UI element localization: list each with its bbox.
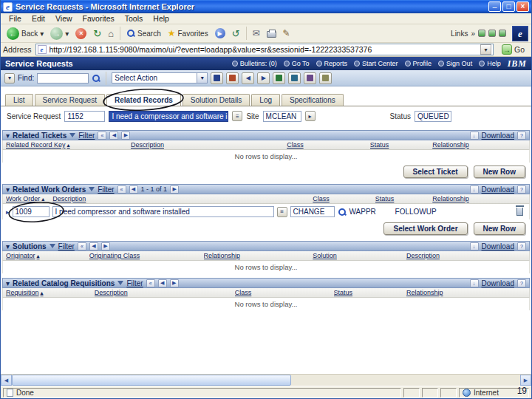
- back-dropdown-icon[interactable]: [40, 30, 44, 38]
- attachments-button[interactable]: [319, 72, 332, 84]
- work-order-description-field[interactable]: I need compressor and software installed: [52, 206, 274, 217]
- filter-link[interactable]: Filter: [58, 242, 75, 250]
- find-search-icon[interactable]: [92, 74, 100, 83]
- next-page-icon[interactable]: [170, 185, 179, 194]
- queries-dropdown-icon[interactable]: [4, 73, 15, 83]
- filter-link[interactable]: Filter: [78, 132, 95, 140]
- download-icon[interactable]: [470, 279, 479, 287]
- reports-link[interactable]: Reports: [316, 60, 348, 67]
- favorites-button[interactable]: Favorites: [165, 27, 211, 39]
- service-request-field[interactable]: 1152: [64, 111, 105, 122]
- work-order-class-field[interactable]: CHANGE: [290, 206, 335, 217]
- create-kpi-button[interactable]: [288, 72, 301, 84]
- refresh-button[interactable]: [90, 27, 104, 40]
- row-detail-toggle-icon[interactable]: [6, 208, 10, 216]
- work-order-field[interactable]: 1009: [13, 206, 50, 217]
- select-ticket-button[interactable]: Select Ticket: [403, 166, 468, 178]
- media-button[interactable]: [212, 27, 228, 39]
- print-button[interactable]: [264, 28, 279, 38]
- filter-icon[interactable]: [69, 133, 75, 137]
- tab-log[interactable]: Log: [251, 94, 280, 106]
- column-description[interactable]: Description: [406, 252, 526, 259]
- class-lookup-icon[interactable]: [338, 208, 347, 216]
- tab-specifications[interactable]: Specifications: [282, 94, 344, 106]
- download-link[interactable]: Download: [482, 279, 514, 287]
- column-work-order[interactable]: Work Order: [6, 195, 52, 202]
- go-button[interactable]: Go: [497, 44, 529, 55]
- download-link[interactable]: Download: [482, 242, 514, 250]
- download-link[interactable]: Download: [482, 185, 514, 194]
- horizontal-scrollbar[interactable]: [1, 374, 531, 386]
- column-solution[interactable]: Solution: [313, 252, 406, 259]
- help-icon[interactable]: [517, 279, 526, 287]
- filter-icon[interactable]: [117, 281, 123, 285]
- address-dropdown-icon[interactable]: [480, 44, 491, 55]
- link-item-icon[interactable]: [478, 30, 485, 37]
- column-description[interactable]: Description: [131, 141, 287, 149]
- column-description[interactable]: Description: [52, 195, 313, 202]
- bulletins-link[interactable]: Bulletins: (0): [232, 60, 277, 67]
- help-icon[interactable]: [517, 132, 526, 140]
- download-icon[interactable]: [470, 132, 479, 140]
- filter-collapse-icon[interactable]: [117, 185, 126, 194]
- next-page-icon[interactable]: [101, 242, 110, 250]
- collapse-icon[interactable]: [6, 279, 10, 287]
- filter-icon[interactable]: [89, 187, 95, 191]
- help-icon[interactable]: [517, 242, 526, 250]
- tab-related-records[interactable]: Related Records: [106, 94, 181, 106]
- column-status[interactable]: Status: [375, 195, 432, 202]
- mail-button[interactable]: [250, 27, 263, 39]
- collapse-icon[interactable]: [6, 185, 10, 194]
- previous-page-icon[interactable]: [89, 242, 98, 250]
- select-work-order-button[interactable]: Select Work Order: [383, 222, 467, 235]
- tab-list[interactable]: List: [5, 94, 33, 106]
- search-button[interactable]: Search: [123, 28, 164, 38]
- long-description-button[interactable]: [277, 207, 287, 217]
- help-link[interactable]: Help: [479, 60, 501, 67]
- goto-link[interactable]: Go To: [284, 60, 310, 67]
- tab-solution-details[interactable]: Solution Details: [183, 94, 250, 106]
- start-center-link[interactable]: Start Center: [354, 60, 398, 67]
- column-relationship[interactable]: Relationship: [432, 141, 526, 149]
- new-row-button[interactable]: New Row: [474, 222, 525, 235]
- previous-page-icon[interactable]: [109, 132, 118, 140]
- close-button[interactable]: [516, 1, 529, 12]
- home-button[interactable]: [105, 27, 117, 40]
- filter-icon[interactable]: [50, 244, 55, 248]
- menu-help[interactable]: Help: [148, 14, 174, 23]
- download-icon[interactable]: [470, 242, 479, 250]
- process-flow-button[interactable]: [304, 72, 316, 84]
- sign-out-link[interactable]: Sign Out: [438, 60, 472, 67]
- menu-file[interactable]: File: [4, 14, 27, 23]
- forward-button[interactable]: [47, 27, 72, 41]
- site-detail-menu-icon[interactable]: [305, 111, 316, 121]
- menu-edit[interactable]: Edit: [27, 14, 50, 23]
- column-description[interactable]: Description: [95, 289, 235, 296]
- summary-field[interactable]: I need a compressor and software install…: [109, 111, 228, 122]
- profile-link[interactable]: Profile: [405, 60, 432, 67]
- column-class[interactable]: Class: [235, 289, 334, 296]
- help-icon[interactable]: [517, 185, 526, 194]
- find-input[interactable]: [37, 73, 89, 83]
- column-requisition[interactable]: Requisition: [6, 289, 95, 296]
- column-originator[interactable]: Originator: [6, 252, 89, 259]
- filter-collapse-icon[interactable]: [98, 132, 106, 140]
- previous-record-button[interactable]: [242, 72, 254, 84]
- next-page-icon[interactable]: [121, 132, 130, 140]
- history-button[interactable]: [229, 27, 243, 40]
- clear-changes-button[interactable]: [226, 72, 239, 84]
- link-item-icon[interactable]: [488, 30, 496, 37]
- link-item-icon[interactable]: [499, 30, 506, 37]
- menu-view[interactable]: View: [50, 14, 78, 23]
- minimize-button[interactable]: [488, 1, 501, 12]
- save-button[interactable]: [211, 72, 223, 84]
- change-status-button[interactable]: [273, 72, 285, 84]
- column-status[interactable]: Status: [370, 141, 432, 149]
- select-action-dropdown[interactable]: Select Action: [112, 72, 208, 83]
- collapse-icon[interactable]: [6, 242, 10, 250]
- stop-button[interactable]: [72, 27, 89, 40]
- column-originating-class[interactable]: Originating Class: [89, 252, 204, 259]
- scrollbar-thumb[interactable]: [12, 375, 291, 386]
- tab-service-request[interactable]: Service Request: [35, 94, 105, 106]
- download-link[interactable]: Download: [482, 132, 514, 140]
